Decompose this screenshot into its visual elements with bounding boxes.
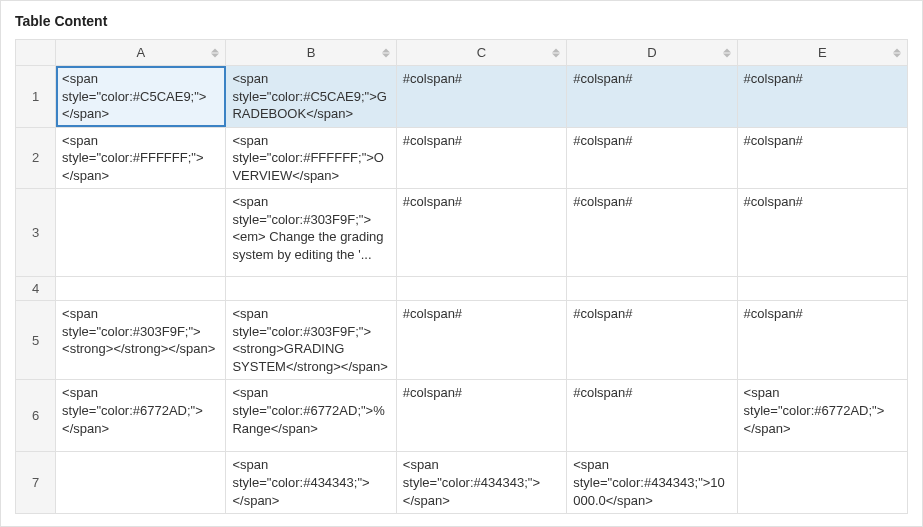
cell[interactable]: <span style="color:#C5CAE9;"></span> [56, 66, 226, 128]
row-header[interactable]: 1 [16, 66, 56, 128]
table-row[interactable]: 3<span style="color:#303F9F;"><em> Chang… [16, 189, 908, 277]
table-row[interactable]: 4 [16, 277, 908, 301]
table-row[interactable]: 7<span style="color:#434343;"></span><sp… [16, 452, 908, 514]
table-row[interactable]: 5<span style="color:#303F9F;"><strong></… [16, 301, 908, 380]
cell[interactable]: #colspan# [567, 66, 737, 128]
cell[interactable] [567, 277, 737, 301]
column-label: D [647, 45, 656, 60]
cell[interactable]: <span style="color:#434343;"></span> [396, 452, 566, 514]
cell[interactable] [56, 452, 226, 514]
sort-icon[interactable] [211, 48, 219, 57]
cell[interactable]: <span style="color:#434343;"></span> [226, 452, 396, 514]
column-label: B [307, 45, 316, 60]
cell[interactable]: <span style="color:#6772AD;">% Range</sp… [226, 380, 396, 452]
cell[interactable]: <span style="color:#FFFFFF;">OVERVIEW</s… [226, 127, 396, 189]
table-row[interactable]: 6<span style="color:#6772AD;"></span><sp… [16, 380, 908, 452]
column-header-A[interactable]: A [56, 40, 226, 66]
column-label: C [477, 45, 486, 60]
row-header[interactable]: 3 [16, 189, 56, 277]
cell[interactable]: <span style="color:#434343;">10000.0</sp… [567, 452, 737, 514]
column-header-row: A B C [16, 40, 908, 66]
column-header-C[interactable]: C [396, 40, 566, 66]
cell[interactable]: #colspan# [396, 301, 566, 380]
cell[interactable]: #colspan# [567, 301, 737, 380]
grid-wrap: A B C [1, 39, 922, 527]
cell[interactable]: #colspan# [567, 127, 737, 189]
cell[interactable]: #colspan# [737, 127, 907, 189]
cell[interactable]: #colspan# [567, 189, 737, 277]
cell[interactable]: #colspan# [737, 66, 907, 128]
cell[interactable]: <span style="color:#6772AD;"></span> [737, 380, 907, 452]
table-row[interactable]: 2<span style="color:#FFFFFF;"></span><sp… [16, 127, 908, 189]
cell[interactable]: <span style="color:#303F9F;"><strong></s… [56, 301, 226, 380]
cell[interactable]: <span style="color:#303F9F;"><em> Change… [226, 189, 396, 277]
cell[interactable]: #colspan# [396, 66, 566, 128]
cell[interactable]: <span style="color:#C5CAE9;">GRADEBOOK</… [226, 66, 396, 128]
table-content-panel: Table Content A [0, 0, 923, 527]
sort-icon[interactable] [552, 48, 560, 57]
cell[interactable]: <span style="color:#FFFFFF;"></span> [56, 127, 226, 189]
cell[interactable]: #colspan# [396, 189, 566, 277]
sort-icon[interactable] [382, 48, 390, 57]
cell[interactable] [396, 277, 566, 301]
cell[interactable]: #colspan# [396, 380, 566, 452]
cell[interactable] [737, 277, 907, 301]
cell[interactable] [737, 452, 907, 514]
column-header-B[interactable]: B [226, 40, 396, 66]
table-row[interactable]: 1<span style="color:#C5CAE9;"></span><sp… [16, 66, 908, 128]
corner-cell[interactable] [16, 40, 56, 66]
sort-icon[interactable] [723, 48, 731, 57]
column-label: E [818, 45, 827, 60]
cell[interactable]: #colspan# [567, 380, 737, 452]
column-header-D[interactable]: D [567, 40, 737, 66]
cell[interactable] [226, 277, 396, 301]
row-header[interactable]: 6 [16, 380, 56, 452]
row-header[interactable]: 4 [16, 277, 56, 301]
row-header[interactable]: 7 [16, 452, 56, 514]
cell[interactable]: #colspan# [737, 301, 907, 380]
column-header-E[interactable]: E [737, 40, 907, 66]
column-label: A [136, 45, 145, 60]
cell[interactable] [56, 189, 226, 277]
spreadsheet-grid[interactable]: A B C [15, 39, 908, 514]
sort-icon[interactable] [893, 48, 901, 57]
row-header[interactable]: 2 [16, 127, 56, 189]
panel-title: Table Content [1, 1, 922, 39]
row-header[interactable]: 5 [16, 301, 56, 380]
cell[interactable]: <span style="color:#303F9F;"><strong>GRA… [226, 301, 396, 380]
cell[interactable]: #colspan# [737, 189, 907, 277]
cell[interactable]: #colspan# [396, 127, 566, 189]
cell[interactable]: <span style="color:#6772AD;"></span> [56, 380, 226, 452]
cell[interactable] [56, 277, 226, 301]
